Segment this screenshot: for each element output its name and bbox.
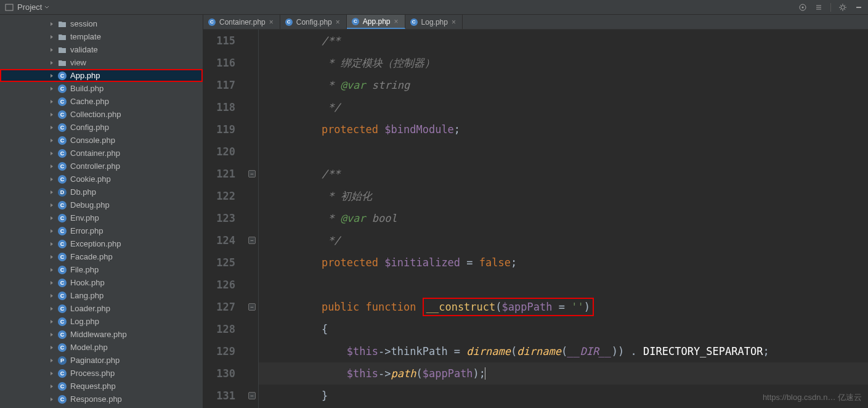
expand-arrow-icon[interactable] [49,280,54,285]
tree-item-error-php[interactable]: CError.php [0,224,203,237]
tree-item-cookie-php[interactable]: CCookie.php [0,173,203,186]
code-content[interactable]: /** * 绑定模块（控制器） * @var string */ protect… [259,30,868,408]
expand-arrow-icon[interactable] [49,371,54,376]
tree-item-env-php[interactable]: CEnv.php [0,211,203,224]
expand-arrow-icon[interactable] [49,384,54,389]
tab-app-php[interactable]: CApp.php× [347,15,405,29]
tree-item-db-php[interactable]: DDb.php [0,186,203,198]
collapse-all-icon[interactable] [814,3,823,12]
expand-arrow-icon[interactable] [49,112,54,117]
close-icon[interactable]: × [269,18,274,27]
class-icon: C [58,71,67,80]
chevron-down-icon[interactable] [44,5,49,10]
class-icon: C [58,343,67,352]
tree-item-response-php[interactable]: CResponse.php [0,393,203,406]
tree-item-label: validate [70,45,98,54]
tree-item-facade-php[interactable]: CFacade.php [0,250,203,263]
expand-arrow-icon[interactable] [49,306,54,311]
class-icon: C [58,97,67,106]
tree-item-console-php[interactable]: CConsole.php [0,134,203,147]
class-icon: C [208,18,216,26]
tree-item-log-php[interactable]: CLog.php [0,315,203,328]
expand-arrow-icon[interactable] [49,151,54,156]
tree-item-middleware-php[interactable]: CMiddleware.php [0,328,203,341]
expand-arrow-icon[interactable] [49,229,54,234]
folder-icon [58,20,67,28]
expand-arrow-icon[interactable] [49,73,54,78]
expand-arrow-icon[interactable] [49,22,54,27]
fold-toggle[interactable]: − [248,392,256,399]
tree-item-paginator-php[interactable]: PPaginator.php [0,354,203,367]
tree-item-request-php[interactable]: CRequest.php [0,380,203,393]
fold-toggle[interactable]: − [248,303,256,311]
tree-item-hook-php[interactable]: CHook.php [0,276,203,289]
expand-arrow-icon[interactable] [49,267,54,272]
close-icon[interactable]: × [336,18,340,27]
tree-item-build-php[interactable]: CBuild.php [0,82,203,95]
tree-item-cache-php[interactable]: CCache.php [0,95,203,108]
folder-icon [58,33,67,41]
tree-item-debug-php[interactable]: CDebug.php [0,198,203,211]
expand-arrow-icon[interactable] [49,190,54,195]
tree-item-loader-php[interactable]: CLoader.php [0,302,203,315]
expand-arrow-icon[interactable] [49,203,54,208]
tab-label: Container.php [219,18,266,27]
tree-item-validate[interactable]: validate [0,43,203,56]
tree-item-label: Console.php [70,136,115,145]
tree-item-container-php[interactable]: CContainer.php [0,147,203,160]
tree-item-config-php[interactable]: CConfig.php [0,121,203,134]
expand-arrow-icon[interactable] [49,293,54,298]
expand-arrow-icon[interactable] [49,86,54,91]
close-icon[interactable]: × [452,18,456,27]
fold-toggle[interactable]: − [248,237,256,244]
fold-column[interactable]: −−−− [246,30,259,408]
tree-item-controller-php[interactable]: CController.php [0,160,203,173]
tree-item-app-php[interactable]: CApp.php [0,69,203,82]
class-icon: C [352,18,359,25]
tree-item-template[interactable]: template [0,30,203,43]
class-icon: C [285,18,293,26]
tree-item-label: Cache.php [70,97,109,106]
expand-arrow-icon[interactable] [49,255,54,259]
expand-arrow-icon[interactable] [49,345,54,350]
expand-arrow-icon[interactable] [49,164,54,169]
tree-item-exception-php[interactable]: CException.php [0,237,203,250]
tree-item-session[interactable]: session [0,17,203,30]
expand-arrow-icon[interactable] [49,99,54,104]
tree-item-label: Container.php [70,149,120,158]
project-tree[interactable]: sessiontemplatevalidateviewCApp.phpCBuil… [0,15,203,408]
expand-arrow-icon[interactable] [49,35,54,39]
close-icon[interactable]: × [394,17,399,26]
expand-arrow-icon[interactable] [49,47,54,52]
tab-config-php[interactable]: CConfig.php× [280,15,347,29]
tree-item-process-php[interactable]: CProcess.php [0,367,203,380]
expand-arrow-icon[interactable] [49,242,54,247]
expand-arrow-icon[interactable] [49,177,54,182]
locate-icon[interactable] [798,3,807,12]
tree-item-label: Hook.php [70,278,105,287]
expand-arrow-icon[interactable] [49,125,54,130]
expand-arrow-icon[interactable] [49,397,54,402]
tree-item-collection-php[interactable]: CCollection.php [0,108,203,121]
minimize-icon[interactable] [854,3,863,12]
tree-item-model-php[interactable]: CModel.php [0,341,203,354]
code-editor[interactable]: 1151161171181191201211221231241251261271… [203,30,868,408]
tree-item-file-php[interactable]: CFile.php [0,263,203,276]
expand-arrow-icon[interactable] [49,60,54,65]
expand-arrow-icon[interactable] [49,319,54,324]
expand-arrow-icon[interactable] [49,216,54,221]
tab-container-php[interactable]: CContainer.php× [203,15,280,29]
expand-arrow-icon[interactable] [49,332,54,337]
tab-log-php[interactable]: CLog.php× [405,15,463,29]
project-icon [5,3,14,12]
tree-item-lang-php[interactable]: CLang.php [0,289,203,302]
fold-toggle[interactable]: − [248,170,256,177]
gear-icon[interactable] [838,3,847,12]
tree-item-view[interactable]: view [0,56,203,69]
class-icon: C [58,253,67,261]
tool-window-title[interactable]: Project [17,2,42,12]
class-icon: C [58,292,67,300]
expand-arrow-icon[interactable] [49,358,54,363]
main-split: sessiontemplatevalidateviewCApp.phpCBuil… [0,15,868,408]
expand-arrow-icon[interactable] [49,138,54,143]
